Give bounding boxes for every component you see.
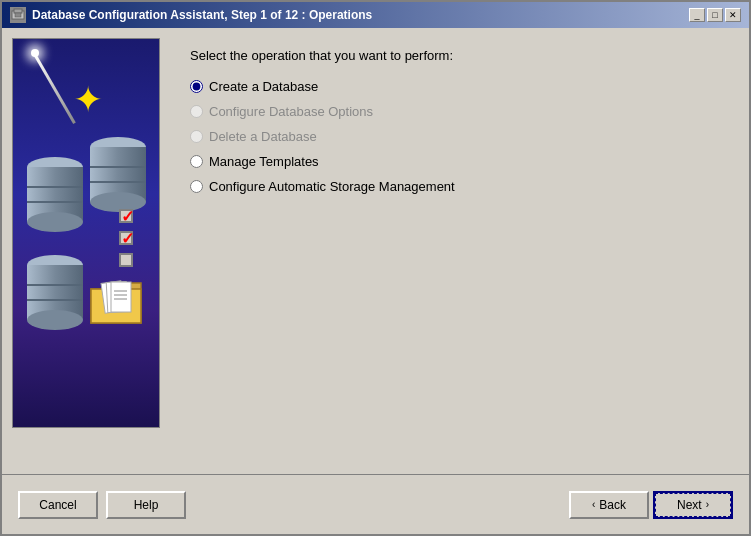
check2-icon	[119, 231, 133, 245]
back-arrow-icon: ‹	[592, 499, 595, 510]
radio-configure	[190, 105, 203, 118]
help-button[interactable]: Help	[106, 491, 186, 519]
svg-rect-1	[14, 9, 22, 13]
next-arrow-icon: ›	[706, 499, 709, 510]
main-window: Database Configuration Assistant, Step 1…	[0, 0, 751, 536]
radio-create[interactable]	[190, 80, 203, 93]
footer-left: Cancel Help	[18, 491, 569, 519]
radio-label-create: Create a Database	[209, 79, 318, 94]
app-icon	[10, 7, 26, 23]
radio-label-manage: Manage Templates	[209, 154, 319, 169]
radio-asm[interactable]	[190, 180, 203, 193]
window-title: Database Configuration Assistant, Step 1…	[32, 8, 372, 22]
svg-rect-2	[15, 13, 21, 17]
close-button[interactable]: ✕	[725, 8, 741, 22]
content-area: ✦	[2, 28, 749, 474]
title-controls: _ □ ✕	[689, 8, 741, 22]
form-area: Select the operation that you want to pe…	[180, 38, 739, 464]
radio-label-asm: Configure Automatic Storage Management	[209, 179, 455, 194]
illustration-panel: ✦	[12, 38, 160, 428]
radio-item-manage[interactable]: Manage Templates	[190, 154, 719, 169]
radio-item-configure: Configure Database Options	[190, 104, 719, 119]
back-label: Back	[599, 498, 626, 512]
minimize-button[interactable]: _	[689, 8, 705, 22]
next-label: Next	[677, 498, 702, 512]
radio-manage[interactable]	[190, 155, 203, 168]
operation-radio-group: Create a Database Configure Database Opt…	[190, 79, 719, 194]
radio-item-asm[interactable]: Configure Automatic Storage Management	[190, 179, 719, 194]
wand-tip-icon	[31, 49, 39, 57]
radio-item-create[interactable]: Create a Database	[190, 79, 719, 94]
footer-right: ‹ Back Next ›	[569, 491, 733, 519]
radio-item-delete: Delete a Database	[190, 129, 719, 144]
cancel-button[interactable]: Cancel	[18, 491, 98, 519]
footer: Cancel Help ‹ Back Next ›	[2, 474, 749, 534]
check1-icon	[119, 209, 133, 223]
prompt-text: Select the operation that you want to pe…	[190, 48, 719, 63]
svg-rect-22	[111, 282, 131, 312]
main-content: ✦	[12, 38, 739, 464]
title-bar-left: Database Configuration Assistant, Step 1…	[10, 7, 372, 23]
svg-point-15	[27, 310, 83, 330]
maximize-button[interactable]: □	[707, 8, 723, 22]
svg-point-5	[27, 212, 83, 232]
radio-label-configure: Configure Database Options	[209, 104, 373, 119]
next-button[interactable]: Next ›	[653, 491, 733, 519]
back-button[interactable]: ‹ Back	[569, 491, 649, 519]
title-bar: Database Configuration Assistant, Step 1…	[2, 2, 749, 28]
radio-label-delete: Delete a Database	[209, 129, 317, 144]
radio-delete	[190, 130, 203, 143]
